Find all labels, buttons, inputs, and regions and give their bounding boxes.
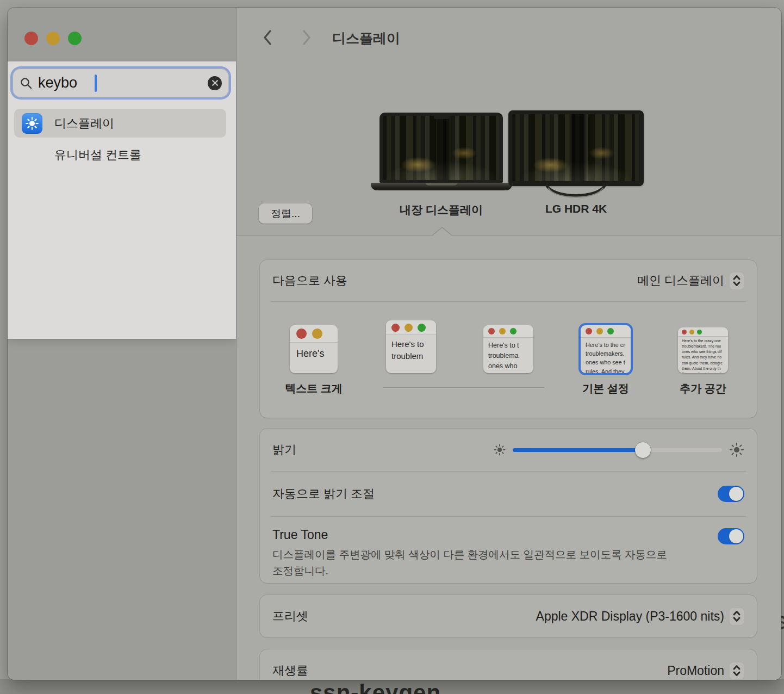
scaling-label-default: 기본 설정 — [557, 381, 655, 396]
background-page-text: ssn-keygen — [310, 680, 441, 694]
main-panel: 디스플레이 내장 디스플레이 LG HDR 4K 정렬... — [237, 8, 781, 680]
mini-dot-red — [391, 324, 400, 332]
use-as-value: 메인 디스플레이 — [637, 272, 724, 289]
true-tone-toggle[interactable] — [718, 528, 744, 544]
mini-dot-green — [418, 324, 426, 332]
preset-label: 프리셋 — [272, 608, 308, 624]
text-cursor — [95, 75, 97, 92]
scaling-option-larger-text[interactable]: Here's — [290, 325, 338, 373]
brightness-label: 밝기 — [272, 442, 296, 458]
sidebar-item-label: 디스플레이 — [54, 115, 114, 132]
laptop-hinge-notch — [426, 183, 457, 185]
display-brightness-icon — [22, 113, 42, 134]
preset-card: 프리셋 Apple XDR Display (P3-1600 nits) — [260, 595, 757, 637]
close-window-button[interactable] — [24, 32, 38, 45]
external-display-thumbnail[interactable] — [508, 110, 644, 186]
chevron-up-down-icon — [732, 665, 741, 677]
mini-dot-green — [607, 328, 614, 334]
scaling-label-larger-text: 텍스트 크게 — [265, 381, 363, 396]
mini-titlebar — [678, 327, 728, 337]
mini-dot-red — [488, 328, 495, 334]
arrange-button[interactable]: 정렬... — [259, 203, 312, 224]
page-title: 디스플레이 — [332, 29, 400, 47]
scaling-option-3[interactable]: Here's to t troublema ones who — [483, 325, 533, 373]
use-as-dropdown[interactable]: 메인 디스플레이 — [637, 272, 744, 290]
auto-brightness-toggle[interactable] — [718, 486, 744, 502]
mini-dot-green — [510, 328, 517, 334]
mini-dot-yellow — [689, 330, 694, 334]
search-results-panel: 디스플레이 유니버설 컨트롤 — [8, 61, 236, 339]
mini-titlebar — [290, 325, 338, 343]
search-input[interactable] — [38, 75, 179, 91]
brightness-slider[interactable] — [513, 442, 722, 458]
scaling-option-default[interactable]: Here's to the cr troublemakers. ones who… — [581, 325, 631, 373]
true-tone-row: True Tone 디스플레이를 주변광에 맞춰 색상이 다른 환경에서도 일관… — [260, 517, 757, 584]
mini-dot-yellow — [312, 329, 322, 339]
chevron-left-icon — [263, 29, 272, 46]
preset-dropdown[interactable]: Apple XDR Display (P3-1600 nits) — [536, 608, 744, 625]
laptop-base — [371, 183, 512, 190]
display-mode-card: 다음으로 사용 메인 디스플레이 — [260, 260, 757, 418]
sidebar-item-label: 유니버설 컨트롤 — [54, 147, 141, 163]
wallpaper-preview — [512, 114, 640, 181]
mini-dot-yellow — [596, 328, 603, 334]
use-as-row: 다음으로 사용 메인 디스플레이 — [260, 260, 757, 301]
auto-brightness-label: 자동으로 밝기 조절 — [272, 486, 375, 502]
slider-fill — [513, 448, 643, 452]
zoom-window-button[interactable] — [68, 32, 82, 45]
mini-dot-red — [586, 328, 592, 334]
dropdown-stepper[interactable] — [729, 662, 744, 680]
scaling-label-more-space: 추가 공간 — [654, 381, 752, 396]
laptop-notch — [434, 115, 449, 119]
mini-titlebar — [483, 325, 533, 338]
dropdown-stepper[interactable] — [729, 272, 744, 290]
mini-titlebar — [386, 320, 436, 335]
search-field[interactable] — [13, 69, 229, 97]
mini-dot-yellow — [405, 324, 413, 332]
external-display-label: LG HDR 4K — [508, 202, 644, 215]
chevron-up-down-icon — [732, 275, 741, 287]
mini-dot-red — [682, 330, 687, 334]
brightness-low-icon — [494, 444, 506, 456]
settings-content: 다음으로 사용 메인 디스플레이 — [237, 236, 781, 680]
mini-dot-red — [296, 329, 307, 339]
sidebar-item-universal-control[interactable]: 유니버설 컨트롤 — [54, 146, 217, 164]
true-tone-description: 디스플레이를 주변광에 맞춰 색상이 다른 환경에서도 일관적으로 보이도록 자… — [272, 546, 675, 579]
chevron-up-down-icon — [732, 610, 741, 622]
refresh-rate-row: 재생률 ProMotion — [260, 649, 757, 680]
mini-titlebar — [581, 325, 631, 338]
chevron-right-icon — [302, 29, 312, 46]
mini-text: Here's to the cr troublemakers. ones who… — [581, 338, 631, 373]
back-button[interactable] — [260, 28, 275, 47]
dropdown-stepper[interactable] — [729, 608, 744, 625]
forward-button[interactable] — [300, 28, 314, 47]
minimize-window-button[interactable] — [46, 32, 60, 45]
refresh-rate-card: 재생률 ProMotion — [260, 649, 757, 680]
builtin-display-label: 내장 디스플레이 — [379, 202, 503, 218]
clear-search-button[interactable] — [208, 76, 222, 90]
true-tone-label: True Tone — [272, 528, 328, 542]
slider-knob[interactable] — [635, 442, 651, 458]
mini-text: Here's to troublem — [386, 335, 436, 362]
scaling-option-2[interactable]: Here's to troublem — [386, 320, 436, 373]
use-as-label: 다음으로 사용 — [272, 272, 347, 289]
scaling-track-line — [383, 387, 544, 388]
mini-text: Here's to the crazy one troublemakers. T… — [678, 337, 728, 373]
sidebar-item-displays[interactable]: 디스플레이 — [14, 109, 226, 138]
preset-row: 프리셋 Apple XDR Display (P3-1600 nits) — [260, 595, 757, 637]
refresh-rate-value: ProMotion — [667, 664, 724, 678]
window-controls — [24, 32, 82, 45]
scaling-option-more-space[interactable]: Here's to the crazy one troublemakers. T… — [678, 327, 728, 373]
wallpaper-preview — [383, 116, 499, 180]
close-icon — [211, 79, 219, 86]
refresh-rate-label: 재생률 — [272, 662, 308, 679]
display-selector-strip: 내장 디스플레이 LG HDR 4K 정렬... — [237, 60, 781, 236]
monitor-stand — [543, 185, 608, 201]
scaling-options-row: Here's Here's to troublem — [260, 302, 757, 418]
builtin-display-thumbnail[interactable] — [379, 113, 503, 183]
sidebar: 디스플레이 유니버설 컨트롤 — [8, 8, 237, 680]
toggle-knob — [729, 487, 743, 501]
refresh-rate-dropdown[interactable]: ProMotion — [667, 662, 744, 680]
mini-dot-yellow — [499, 328, 506, 334]
brightness-card: 밝기 — [260, 429, 757, 583]
